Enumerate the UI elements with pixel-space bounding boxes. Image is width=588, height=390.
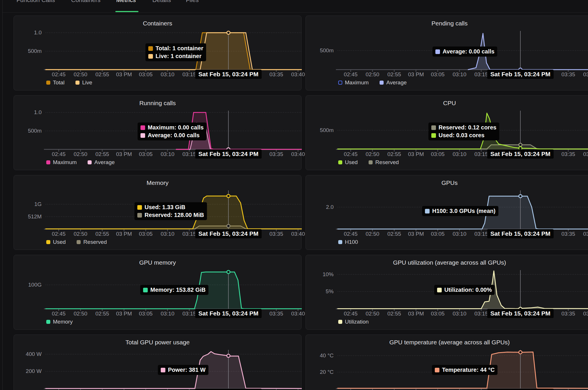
legend-swatch <box>380 81 384 85</box>
chart-title: GPUs <box>306 179 588 186</box>
y-axis-label: 100G <box>14 282 42 288</box>
legend-item-average[interactable]: Average <box>88 159 114 166</box>
legend-item-average[interactable]: Average <box>380 79 406 86</box>
chart-title: Running calls <box>14 100 301 107</box>
tooltip-swatch <box>437 288 442 292</box>
y-axis-label: 20 °C <box>306 369 334 375</box>
legend-item-live[interactable]: Live <box>75 79 92 86</box>
chart-title: CPU <box>306 100 588 107</box>
x-axis-label: 03:35 <box>561 151 575 157</box>
legend-label: Average <box>386 79 406 86</box>
legend-label: H100 <box>345 239 358 245</box>
legend-item-memory[interactable]: Memory <box>46 319 73 325</box>
tab-containers[interactable]: Containers <box>71 0 101 3</box>
x-axis-label: 03:05 <box>431 71 445 78</box>
x-axis-label: 02:55 <box>387 231 401 237</box>
legend-swatch <box>338 81 342 85</box>
tooltip-swatch <box>148 54 153 59</box>
chart-title: GPU temperature (average across all GPUs… <box>306 339 588 346</box>
series-tooltip: Maximum: 0.00 callsAverage: 0.00 calls <box>138 122 206 140</box>
time-tooltip: Sat Feb 15, 03:24 PM <box>487 149 554 159</box>
x-axis-label: 02:45 <box>344 71 358 78</box>
x-axis-label: 03:15 <box>182 71 196 78</box>
series-tooltip: Memory: 153.82 GiB <box>140 285 208 295</box>
legend-label: Maximum <box>53 159 77 166</box>
chart-title: GPU utilization (average across all GPUs… <box>306 259 588 266</box>
tooltip-value: Maximum: 0.00 calls <box>148 124 204 131</box>
chart-panel-cpu: CPU Reserved: 0.12 coresUsed: 0.03 cores… <box>306 95 588 170</box>
x-axis-label: 02:45 <box>52 151 66 157</box>
legend-swatch <box>77 240 81 244</box>
x-axis-label: 03:35 <box>561 231 575 237</box>
active-tab-underline <box>115 11 138 12</box>
y-axis-label: 5% <box>306 288 334 295</box>
x-axis-label: 02:45 <box>52 231 66 237</box>
x-axis-label: 03:15 <box>474 311 488 317</box>
chart-panel-temperature: GPU temperature (average across all GPUs… <box>306 335 588 390</box>
x-axis-label: 03:15 <box>182 151 196 157</box>
legend-item-total[interactable]: Total <box>46 79 64 86</box>
chart-panel-gpu_utilization: GPU utilization (average across all GPUs… <box>306 255 588 330</box>
series-tooltip: Temperature: 44 °C <box>432 365 498 375</box>
x-axis-label: 03:10 <box>453 311 467 317</box>
tab-function-calls[interactable]: Function Calls <box>16 0 55 3</box>
x-axis-label: 02:45 <box>344 311 358 317</box>
x-axis-label: 02:50 <box>366 151 380 157</box>
x-axis-label: 02:45 <box>52 311 66 317</box>
x-axis-label: 03:10 <box>161 231 175 237</box>
legend-item-maximum[interactable]: Maximum <box>338 79 369 86</box>
y-axis-label: 1.0 <box>14 29 42 36</box>
x-axis-label: 03:40 <box>291 71 305 78</box>
x-axis-label: 03 PM <box>116 231 132 237</box>
x-axis-label: 03:10 <box>453 151 467 157</box>
x-axis-label: 03:05 <box>139 71 153 78</box>
legend-swatch <box>46 160 50 164</box>
tab-files[interactable]: Files <box>186 0 199 3</box>
x-axis-label: 03:05 <box>139 311 153 317</box>
legend-item-used[interactable]: Used <box>46 239 66 245</box>
chart-title: Total GPU power usage <box>14 339 301 346</box>
x-axis-label: 03 PM <box>116 151 132 157</box>
tooltip-value: Used: 1.33 GiB <box>145 204 185 211</box>
legend-item-h100[interactable]: H100 <box>338 239 358 245</box>
x-axis-label: 03:40 <box>583 311 588 317</box>
chart-panel-gpus: GPUs H100: 3.0 GPUs (mean) Sat Feb 15, 0… <box>306 175 588 250</box>
x-axis-label: 03:10 <box>161 71 175 78</box>
legend-label: Average <box>94 159 114 166</box>
y-axis-label: 500m <box>306 47 334 54</box>
legend-swatch <box>46 81 50 85</box>
time-tooltip: Sat Feb 15, 03:24 PM <box>487 309 554 318</box>
legend-swatch <box>338 240 342 244</box>
legend-item-maximum[interactable]: Maximum <box>46 159 77 166</box>
series-tooltip: Power: 381 W <box>158 365 208 375</box>
x-axis-label: 02:55 <box>387 311 401 317</box>
chart-panel-power: Total GPU power usage Power: 381 W Sat F… <box>14 335 302 390</box>
tooltip-value: Reserved: 0.12 cores <box>439 124 496 131</box>
legend-label: Reserved <box>83 239 107 245</box>
legend-item-reserved[interactable]: Reserved <box>369 159 399 166</box>
x-axis-label: 03:35 <box>269 151 283 157</box>
tab-metrics[interactable]: Metrics <box>116 0 136 3</box>
chart-legend: TotalLive <box>46 79 92 86</box>
legend-item-used[interactable]: Used <box>338 159 358 166</box>
x-axis-label: 03 PM <box>116 311 132 317</box>
x-axis-label: 03 PM <box>408 311 424 317</box>
chart-title: GPU memory <box>14 259 301 266</box>
legend-item-utilization[interactable]: Utilization <box>338 319 369 325</box>
x-axis-label: 02:55 <box>387 71 401 78</box>
chart-legend: UsedReserved <box>338 159 399 166</box>
legend-swatch <box>88 160 92 164</box>
x-axis-label: 02:50 <box>74 71 88 78</box>
y-axis-label: 200 W <box>14 368 42 374</box>
tab-details[interactable]: Details <box>152 0 171 3</box>
x-axis-label: 02:55 <box>387 151 401 157</box>
tooltip-value: Live: 1 container <box>156 53 201 60</box>
legend-swatch <box>75 81 79 85</box>
tooltip-value: Utilization: 0.00% <box>444 287 492 293</box>
chart-title: Containers <box>14 20 301 27</box>
tooltip-value: Used: 0.03 cores <box>439 132 485 139</box>
tooltip-swatch <box>137 205 142 210</box>
legend-item-reserved[interactable]: Reserved <box>77 239 107 245</box>
x-axis-label: 03:05 <box>139 151 153 157</box>
series-tooltip: Utilization: 0.00% <box>434 285 495 295</box>
